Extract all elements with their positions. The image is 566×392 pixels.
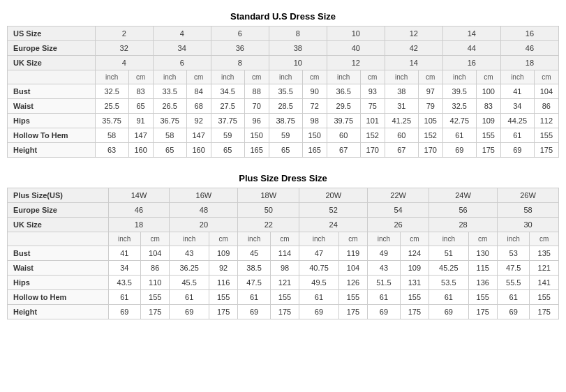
data-cell: 35.75 [95,114,128,128]
data-cell: 27.5 [211,99,244,114]
plus-data-cell: 55.5 [498,276,530,290]
data-cell: 88 [244,84,269,99]
data-cell: 61 [442,128,476,143]
data-cell: 152 [360,128,385,143]
us-size-cell: 10 [327,27,385,41]
data-cell: 79 [418,99,442,114]
plus-row-label: Hips [8,276,109,290]
data-cell: 97 [418,84,442,99]
plus-data-cell: 110 [140,276,169,290]
us-size-cell: 16 [500,27,558,41]
data-cell: 68 [186,99,211,114]
unit-cell: cm [186,70,211,84]
standard-title: Standard U.S Dress Size [7,7,559,26]
data-cell: 98 [302,114,327,128]
data-cell: 69 [500,143,534,158]
europe-size-cell: 36 [211,41,269,56]
europe-size-label: Europe Size [8,41,96,56]
plus-europe-cell: 48 [170,203,238,218]
uk-size-cell: 16 [442,56,500,70]
europe-size-cell: 42 [385,41,442,56]
plus-unit-cell: cm [209,232,237,246]
unit-cell: inch [95,70,128,84]
plus-unit-cell: inch [368,232,400,246]
plus-data-cell: 69 [170,305,209,319]
data-cell: 39.5 [442,84,476,99]
plus-us-cell: 16W [170,188,238,203]
data-cell: 34 [500,99,534,114]
europe-size-cell: 38 [269,41,327,56]
plus-data-cell: 69 [429,305,468,319]
unit-cell: inch [211,70,244,84]
data-cell: 152 [418,128,442,143]
uk-size-cell: 4 [95,56,153,70]
data-cell: 175 [476,143,500,158]
plus-data-cell: 61 [498,290,530,305]
us-size-cell: 4 [153,27,211,41]
plus-data-cell: 45.25 [429,261,468,276]
plus-data-cell: 119 [338,246,367,261]
row-label: Waist [8,99,96,114]
data-row: Waist25.56526.56827.57028.57229.57531793… [8,99,559,114]
plus-data-cell: 175 [209,305,237,319]
europe-size-cell: 46 [500,41,558,56]
data-cell: 65 [153,143,186,158]
plus-data-cell: 175 [338,305,367,319]
plus-data-cell: 53 [498,246,530,261]
plus-us-cell: 18W [238,188,299,203]
data-cell: 65 [269,143,302,158]
data-cell: 61 [500,128,534,143]
plus-us-cell: 26W [498,188,559,203]
plus-row-label: Bust [8,246,109,261]
data-cell: 37.75 [211,114,244,128]
europe-size-cell: 32 [95,41,153,56]
plus-us-cell: 22W [368,188,429,203]
plus-us-cell: 24W [429,188,498,203]
us-size-label: US Size [8,27,96,41]
unit-cell: cm [302,70,327,84]
unit-cell: cm [418,70,442,84]
data-cell: 59 [211,128,244,143]
plus-unit-cell: inch [238,232,270,246]
data-cell: 32.5 [95,84,128,99]
data-cell: 42.75 [442,114,476,128]
data-cell: 155 [534,128,558,143]
row-label: Bust [8,84,96,99]
plus-europe-cell: 58 [498,203,559,218]
data-cell: 69 [442,143,476,158]
data-cell: 44.25 [500,114,534,128]
plus-data-cell: 175 [140,305,169,319]
plus-data-cell: 155 [270,290,299,305]
plus-unit-cell: cm [140,232,169,246]
data-cell: 160 [128,143,153,158]
data-cell: 65 [128,99,153,114]
data-cell: 150 [244,128,269,143]
plus-data-cell: 114 [270,246,299,261]
data-cell: 33.5 [153,84,186,99]
plus-europe-cell: 50 [238,203,299,218]
data-cell: 165 [302,143,327,158]
data-cell: 25.5 [95,99,128,114]
plus-data-cell: 175 [270,305,299,319]
plus-uk-cell: 26 [368,218,429,232]
uk-size-cell: 18 [500,56,558,70]
plus-data-cell: 47 [299,246,338,261]
plus-data-cell: 141 [530,276,559,290]
data-cell: 72 [302,99,327,114]
uk-size-cell: 6 [153,56,211,70]
data-cell: 155 [476,128,500,143]
plus-data-cell: 49 [368,246,400,261]
plus-data-cell: 155 [209,290,237,305]
plus-data-cell: 109 [209,246,237,261]
data-cell: 96 [244,114,269,128]
unit-cell: inch [385,70,418,84]
plus-data-cell: 126 [338,276,367,290]
plus-data-cell: 51.5 [368,276,400,290]
plus-data-cell: 41 [108,246,140,261]
plus-data-cell: 43.5 [108,276,140,290]
plus-unit-cell: inch [498,232,530,246]
us-size-cell: 6 [211,27,269,41]
data-cell: 105 [418,114,442,128]
data-cell: 83 [128,84,153,99]
plus-row-label: Waist [8,261,109,276]
